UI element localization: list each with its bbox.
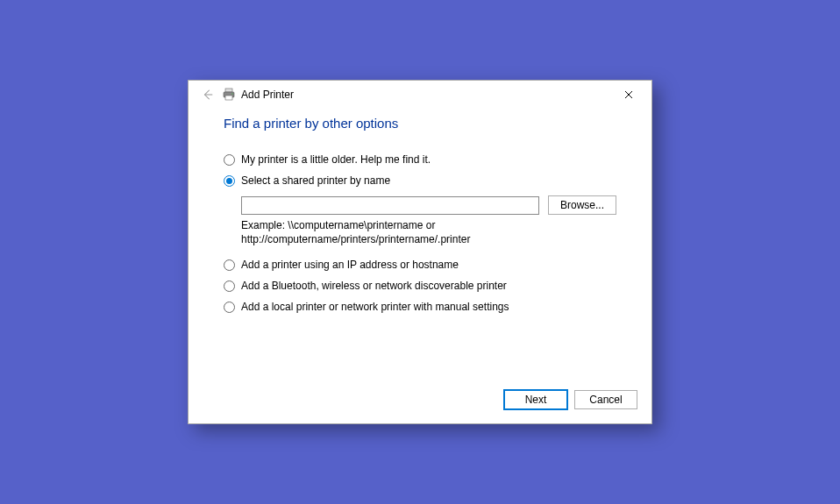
option-label: My printer is a little older. Help me fi… — [241, 153, 431, 166]
back-arrow-icon — [202, 89, 214, 101]
option-label: Add a local printer or network printer w… — [241, 301, 509, 313]
printer-icon — [222, 88, 236, 102]
browse-button[interactable]: Browse... — [548, 195, 616, 215]
radio-icon — [224, 280, 235, 292]
option-label: Select a shared printer by name — [241, 174, 390, 187]
shared-printer-section: Browse... Example: \\computername\printe… — [241, 195, 616, 246]
dialog-footer: Next Cancel — [189, 385, 651, 423]
svg-rect-0 — [225, 89, 232, 92]
shared-printer-input[interactable] — [241, 196, 539, 215]
radio-icon — [224, 302, 235, 313]
add-printer-dialog: Add Printer Find a printer by other opti… — [188, 80, 652, 424]
shared-input-row: Browse... — [241, 195, 616, 215]
close-button[interactable] — [611, 82, 646, 107]
radio-icon — [224, 154, 235, 166]
option-ip-address[interactable]: Add a printer using an IP address or hos… — [224, 259, 616, 271]
close-icon — [624, 90, 633, 99]
radio-icon — [224, 259, 235, 271]
cancel-button[interactable]: Cancel — [574, 390, 637, 409]
option-bluetooth[interactable]: Add a Bluetooth, wireless or network dis… — [224, 280, 616, 292]
option-label: Add a printer using an IP address or hos… — [241, 259, 459, 271]
example-text: Example: \\computername\printername or h… — [241, 218, 522, 246]
option-older-printer[interactable]: My printer is a little older. Help me fi… — [224, 153, 616, 166]
radio-icon — [224, 175, 235, 187]
svg-point-3 — [231, 93, 232, 94]
page-heading: Find a printer by other options — [224, 116, 616, 131]
titlebar: Add Printer — [189, 81, 651, 109]
option-shared-printer[interactable]: Select a shared printer by name — [224, 174, 616, 187]
dialog-content: Find a printer by other options My print… — [189, 109, 651, 385]
option-local-printer[interactable]: Add a local printer or network printer w… — [224, 301, 616, 313]
back-button[interactable] — [199, 86, 217, 103]
svg-rect-2 — [225, 96, 232, 100]
next-button[interactable]: Next — [504, 390, 567, 409]
window-title: Add Printer — [241, 89, 294, 101]
option-label: Add a Bluetooth, wireless or network dis… — [241, 280, 507, 292]
